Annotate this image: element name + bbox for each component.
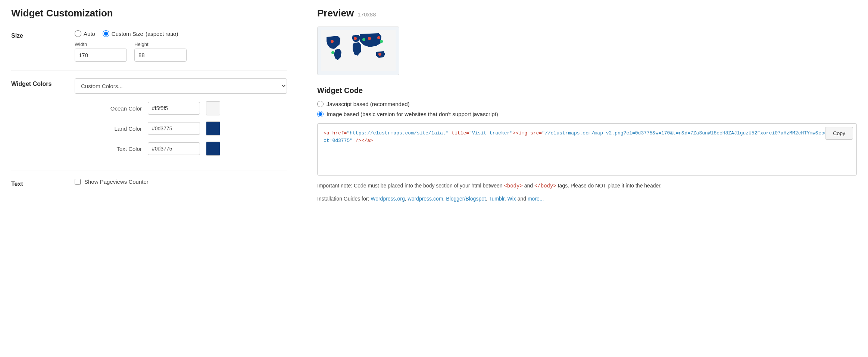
custom-radio[interactable] xyxy=(103,30,109,37)
page-title: Widget Customization xyxy=(11,7,287,19)
js-radio[interactable] xyxy=(317,101,324,107)
auto-label: Auto xyxy=(84,31,95,37)
right-panel: Preview 170x88 xyxy=(302,7,857,350)
svg-point-2 xyxy=(354,37,357,40)
code-attr-title-name: title= xyxy=(449,130,469,136)
text-color-label: Text Color xyxy=(97,146,142,152)
code-tag-a-close: ><img xyxy=(513,130,530,136)
show-pageviews-label: Show Pageviews Counter xyxy=(84,178,149,185)
svg-point-1 xyxy=(331,40,334,43)
note-tag-body-close: </body> xyxy=(534,183,556,189)
copy-button[interactable]: Copy xyxy=(825,127,853,140)
code-img-close: /></a> xyxy=(353,138,373,143)
width-input[interactable] xyxy=(75,49,127,62)
svg-point-4 xyxy=(368,37,371,40)
install-label: Installation Guides for: xyxy=(317,196,369,202)
auto-radio[interactable] xyxy=(75,30,81,37)
height-label: Height xyxy=(134,41,187,47)
world-map-preview xyxy=(321,30,396,71)
ocean-color-label: Ocean Color xyxy=(97,105,142,112)
img-radio-option[interactable]: Image based (basic version for websites … xyxy=(317,111,857,117)
land-color-row: Land Color xyxy=(75,121,287,136)
width-label: Width xyxy=(75,41,127,47)
install-guides: Installation Guides for: Wordpress.org, … xyxy=(317,195,857,203)
text-content: Show Pageviews Counter xyxy=(75,178,287,185)
note-text-after: tags. Please do NOT place it into the he… xyxy=(558,183,662,189)
text-label: Text xyxy=(11,178,75,187)
img-radio-label: Image based (basic version for websites … xyxy=(327,111,498,117)
svg-point-7 xyxy=(331,51,334,54)
note-text-before: Important note: Code must be placed into… xyxy=(317,183,503,189)
colors-content: Default Colors Custom Colors... Ocean Co… xyxy=(75,78,287,162)
text-color-row: Text Color xyxy=(75,142,287,156)
colors-select[interactable]: Default Colors Custom Colors... xyxy=(75,78,287,94)
code-href-value: "https://clustrmaps.com/site/1aiat" xyxy=(347,130,449,136)
colors-label: Widget Colors xyxy=(11,78,75,87)
code-attr-href-name: href= xyxy=(332,130,347,136)
note-and: and xyxy=(524,183,533,189)
install-link-blogger[interactable]: Blogger/Blogspot xyxy=(446,196,486,202)
js-radio-option[interactable]: Javascript based (recommended) xyxy=(317,101,857,107)
show-pageviews-checkbox[interactable] xyxy=(75,179,81,185)
text-color-swatch[interactable] xyxy=(206,142,220,156)
custom-label: Custom Size xyxy=(112,31,143,37)
img-radio[interactable] xyxy=(317,111,324,117)
install-link-wordpress-com[interactable]: wordpress.com xyxy=(408,196,443,202)
text-color-input[interactable] xyxy=(148,142,200,155)
preview-image-box xyxy=(317,27,399,75)
code-box-wrapper: <a href="https://clustrmaps.com/site/1ai… xyxy=(317,123,857,176)
preview-header: Preview 170x88 xyxy=(317,7,857,19)
show-pageviews-option[interactable]: Show Pageviews Counter xyxy=(75,178,287,185)
install-link-more[interactable]: more... xyxy=(528,196,544,202)
size-row: Size Auto Custom Size (aspect ratio) xyxy=(11,30,287,62)
text-row: Text Show Pageviews Counter xyxy=(11,178,287,187)
svg-point-8 xyxy=(378,53,381,56)
ocean-color-row: Ocean Color xyxy=(75,101,287,115)
colors-row: Widget Colors Default Colors Custom Colo… xyxy=(11,78,287,162)
widget-code-section: Widget Code Javascript based (recommende… xyxy=(317,86,857,203)
aspect-ratio-hint: (aspect ratio) xyxy=(146,31,178,37)
size-content: Auto Custom Size (aspect ratio) Width He… xyxy=(75,30,287,62)
left-panel: Widget Customization Size Auto Custom Si… xyxy=(11,7,302,350)
svg-point-5 xyxy=(377,36,380,39)
land-color-swatch[interactable] xyxy=(206,121,220,136)
preview-title: Preview xyxy=(317,7,354,19)
install-link-wordpress-org[interactable]: Wordpress.org xyxy=(371,196,405,202)
ocean-color-input[interactable] xyxy=(148,102,200,115)
install-link-wix[interactable]: Wix xyxy=(507,196,516,202)
code-tag-a: <a xyxy=(324,130,332,136)
install-link-tumblr[interactable]: Tumblr xyxy=(488,196,504,202)
js-radio-label: Javascript based (recommended) xyxy=(327,101,410,107)
custom-radio-option[interactable]: Custom Size (aspect ratio) xyxy=(103,30,178,37)
code-box: <a href="https://clustrmaps.com/site/1ai… xyxy=(317,123,857,176)
preview-dimensions: 170x88 xyxy=(357,11,376,18)
land-color-label: Land Color xyxy=(97,125,142,132)
widget-code-title: Widget Code xyxy=(317,86,857,95)
land-color-input[interactable] xyxy=(148,122,200,135)
svg-point-3 xyxy=(362,38,365,41)
important-note: Important note: Code must be placed into… xyxy=(317,181,857,190)
code-title-value: "Visit tracker" xyxy=(469,130,513,136)
svg-point-6 xyxy=(380,40,383,43)
auto-radio-option[interactable]: Auto xyxy=(75,30,95,37)
ocean-color-swatch[interactable] xyxy=(206,101,220,115)
size-label: Size xyxy=(11,30,75,39)
code-type-options: Javascript based (recommended) Image bas… xyxy=(317,101,857,117)
note-tag-body-open: <body> xyxy=(504,183,522,189)
height-input[interactable] xyxy=(134,49,187,62)
code-attr-src-name: src= xyxy=(530,130,542,136)
